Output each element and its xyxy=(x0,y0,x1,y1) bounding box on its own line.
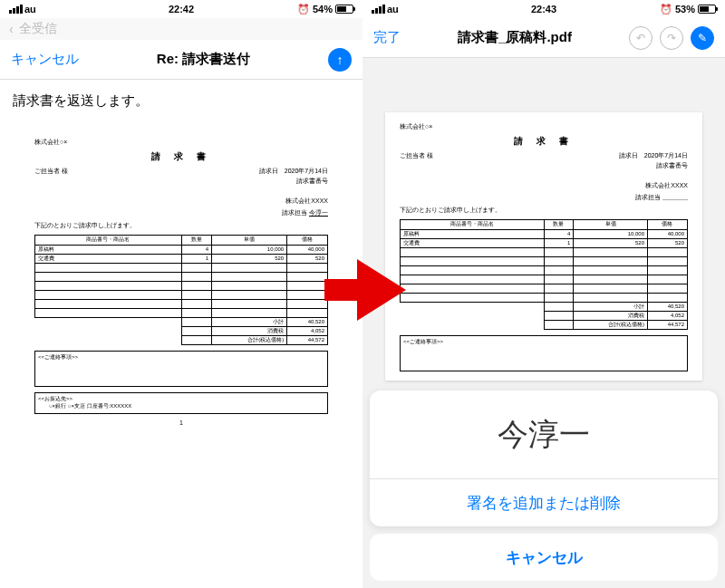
invoice-signature: 今淳一 xyxy=(309,209,328,216)
table-row: 交通費1520520 xyxy=(35,254,328,263)
battery-icon xyxy=(698,5,716,14)
invoice-from: 株式会社XXXX xyxy=(400,182,688,189)
invoice-number-label: 請求書番号 xyxy=(34,178,328,185)
invoice-recipient: ご担当者 様 xyxy=(34,168,68,175)
compose-title: Re: 請求書送付 xyxy=(157,51,250,68)
alarm-icon: ⏰ xyxy=(297,4,310,15)
invoice-from: 株式会社XXXX xyxy=(34,198,328,205)
page-number: 1 xyxy=(34,419,328,427)
redo-button[interactable]: ↷ xyxy=(660,26,683,50)
invoice-title: 請 求 書 xyxy=(34,151,328,162)
status-bar: au 22:42 ⏰54% xyxy=(0,0,362,18)
document-title: 請求書_原稿料.pdf xyxy=(458,29,572,46)
carrier: au xyxy=(387,4,399,14)
done-button[interactable]: 完了 xyxy=(373,29,401,46)
invoice-attachment[interactable]: 株式会社○× 請 求 書 ご担当者 様請求日 2020年7月14日 請求書番号 … xyxy=(27,130,335,435)
redo-icon: ↷ xyxy=(667,32,676,44)
signature-preview[interactable]: 今淳一 xyxy=(370,390,718,479)
invoice-intro: 下記のとおりご請求申し上げます。 xyxy=(34,222,328,229)
table-row: 交通費1520520 xyxy=(401,238,688,247)
svg-marker-0 xyxy=(324,259,406,321)
arrow-up-icon: ↑ xyxy=(337,53,343,67)
notes-box: <<ご連絡事項>> xyxy=(34,351,328,387)
invoice-table: 商品番号・商品名数量単価価格 原稿料410,00040,000 交通費15205… xyxy=(400,219,688,330)
invoice-number-label: 請求書番号 xyxy=(400,162,688,169)
markup-nav: 完了 請求書_原稿料.pdf ↶ ↷ ✎ xyxy=(362,18,725,58)
battery-pct: 53% xyxy=(675,4,695,14)
markup-button[interactable]: ✎ xyxy=(691,26,714,50)
email-body[interactable]: 請求書を返送します。 xyxy=(0,80,362,122)
table-row: 原稿料410,00040,000 xyxy=(35,245,328,254)
status-time: 22:42 xyxy=(169,4,194,14)
invoice-company: 株式会社○× xyxy=(400,123,432,130)
invoice-recipient: ご担当者 様 xyxy=(400,152,433,159)
invoice-company: 株式会社○× xyxy=(34,139,67,146)
invoice-intro: 下記のとおりご請求申し上げます。 xyxy=(400,207,688,214)
signature-sheet: 今淳一 署名を追加または削除 キャンセル xyxy=(370,390,718,581)
undo-button[interactable]: ↶ xyxy=(629,26,652,50)
invoice-table: 商品番号・商品名数量単価価格 原稿料410,00040,000 交通費15205… xyxy=(34,235,328,345)
back-chevron-icon: ‹ xyxy=(9,22,14,36)
manage-signatures-button[interactable]: 署名を追加または削除 xyxy=(370,479,718,526)
status-bar: au 22:43 ⏰53% xyxy=(362,0,725,18)
cancel-button[interactable]: キャンセル xyxy=(11,51,79,68)
sheet-cancel-button[interactable]: キャンセル xyxy=(370,534,718,581)
invoice-document[interactable]: 株式会社○× 請 求 書 ご担当者 様請求日 2020年7月14日 請求書番号 … xyxy=(385,112,702,381)
screenshot-left: au 22:42 ⏰54% ‹ 全受信 キャンセル Re: 請求書送付 ↑ 請求… xyxy=(0,0,362,588)
undo-icon: ↶ xyxy=(636,32,645,44)
background-inbox: ‹ 全受信 xyxy=(0,18,362,40)
send-button[interactable]: ↑ xyxy=(328,48,352,72)
screenshot-right: au 22:43 ⏰53% 完了 請求書_原稿料.pdf ↶ ↷ ✎ 株式会社○… xyxy=(362,0,725,588)
battery-icon xyxy=(335,5,353,14)
status-time: 22:43 xyxy=(531,4,556,14)
invoice-title: 請 求 書 xyxy=(400,136,688,147)
compose-nav: キャンセル Re: 請求書送付 ↑ xyxy=(0,40,362,80)
notes-box: <<ご連絡事項>> xyxy=(400,335,688,371)
battery-pct: 54% xyxy=(313,4,333,14)
red-arrow-annotation xyxy=(324,254,406,326)
alarm-icon: ⏰ xyxy=(660,4,672,15)
table-row: 原稿料410,00040,000 xyxy=(401,229,688,238)
pen-icon: ✎ xyxy=(698,32,707,44)
carrier: au xyxy=(24,4,36,14)
bank-box: <<お振込先>>○×銀行 ○×支店 口座番号:XXXXXX xyxy=(34,392,328,414)
